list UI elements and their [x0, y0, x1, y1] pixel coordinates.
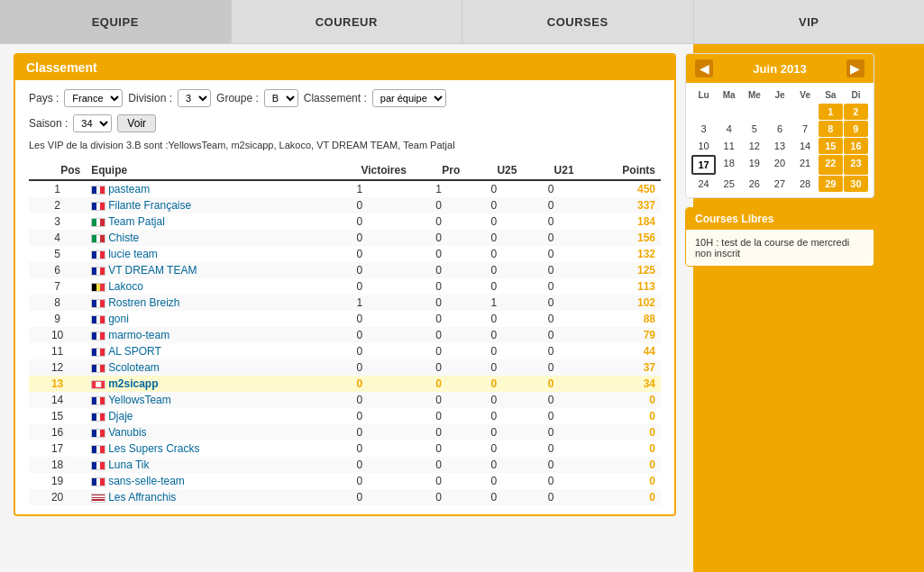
classement-title: Classement	[26, 60, 97, 75]
team-link[interactable]: Les Supers Cracks	[108, 442, 199, 455]
team-link[interactable]: Filante Française	[108, 199, 191, 212]
calendar-day[interactable]: 4	[717, 121, 741, 137]
flag-icon	[91, 348, 105, 357]
calendar-day[interactable]: 10	[691, 138, 716, 154]
calendar-day[interactable]: 24	[691, 176, 716, 192]
team-link[interactable]: pasteam	[108, 183, 150, 195]
cell-u21: 0	[522, 473, 579, 489]
team-link[interactable]: Les Affranchis	[108, 491, 176, 504]
cell-equipe: m2sicapp	[86, 376, 307, 392]
calendar-day[interactable]: 18	[717, 155, 741, 175]
team-link[interactable]: Rostren Breizh	[108, 296, 179, 309]
calendar-day[interactable]: 7	[793, 121, 818, 137]
team-link[interactable]: sans-selle-team	[108, 475, 185, 487]
table-row: 2 Filante Française 0 0 0 0 337	[29, 197, 661, 213]
calendar-month: Juin 2013	[753, 62, 806, 76]
cell-points: 34	[580, 376, 661, 392]
flag-icon	[91, 234, 105, 243]
calendar-dow-cell: Lu	[691, 88, 716, 102]
calendar-day[interactable]: 28	[793, 176, 818, 192]
cell-u21: 0	[522, 327, 579, 343]
team-link[interactable]: Scoloteam	[108, 361, 160, 374]
nav-item-vip[interactable]: VIP	[694, 0, 925, 43]
cell-u25: 0	[465, 343, 522, 359]
calendar-day[interactable]: 21	[793, 155, 818, 175]
team-link[interactable]: YellowsTeam	[108, 394, 171, 406]
pays-label: Pays :	[29, 92, 59, 104]
cell-points: 156	[580, 230, 661, 246]
calendar-day[interactable]: 14	[793, 138, 818, 154]
cell-u25: 0	[465, 197, 522, 213]
team-link[interactable]: Djaje	[108, 410, 133, 422]
cell-pos: 20	[29, 489, 86, 505]
calendar-day[interactable]: 5	[742, 121, 766, 137]
table-row: 20 Les Affranchis 0 0 0 0 0	[29, 489, 661, 505]
voir-button[interactable]: Voir	[117, 114, 156, 132]
groupe-select[interactable]: B	[264, 89, 298, 107]
pays-select[interactable]: France	[64, 89, 123, 107]
calendar-day[interactable]: 2	[844, 104, 868, 120]
calendar-day[interactable]: 12	[742, 138, 766, 154]
team-link[interactable]: Lakoco	[108, 280, 143, 293]
cell-points: 88	[580, 311, 661, 327]
team-link[interactable]: Vanubis	[108, 426, 146, 439]
team-link[interactable]: goni	[108, 313, 129, 325]
calendar-day[interactable]: 25	[717, 176, 741, 192]
flag-icon	[91, 283, 105, 292]
groupe-label: Groupe :	[216, 92, 259, 104]
cell-pro: 0	[412, 278, 465, 295]
calendar-day[interactable]: 1	[819, 104, 843, 120]
nav-item-equipe[interactable]: EQUIPE	[0, 0, 232, 43]
team-link[interactable]: Luna Tik	[108, 459, 149, 471]
calendar-day[interactable]: 27	[767, 176, 791, 192]
calendar-day[interactable]: 15	[819, 138, 843, 154]
flag-icon	[91, 299, 105, 308]
team-link[interactable]: m2sicapp	[108, 377, 158, 390]
classement-box: Classement Pays : France Division : 3 Gr…	[14, 53, 676, 516]
cell-equipe: Scoloteam	[86, 359, 307, 376]
calendar-day[interactable]: 13	[767, 138, 791, 154]
table-row: 12 Scoloteam 0 0 0 0 37	[29, 359, 661, 376]
cell-u25: 0	[465, 392, 522, 408]
calendar-day[interactable]: 16	[844, 138, 868, 154]
calendar-day[interactable]: 29	[819, 176, 843, 192]
classement-select[interactable]: par équipe	[372, 89, 446, 107]
team-link[interactable]: Chiste	[108, 232, 139, 244]
calendar-day[interactable]: 8	[819, 121, 843, 137]
calendar-day[interactable]: 19	[742, 155, 766, 175]
table-row: 7 Lakoco 0 0 0 0 113	[29, 278, 661, 295]
cell-u25: 0	[465, 457, 522, 473]
calendar-day[interactable]: 3	[691, 121, 716, 137]
team-link[interactable]: lucie team	[108, 248, 158, 260]
calendar-day[interactable]: 17	[691, 155, 716, 175]
calendar-day[interactable]: 22	[819, 155, 843, 175]
cell-u25: 0	[465, 359, 522, 376]
division-select[interactable]: 3	[178, 89, 211, 107]
cell-equipe: goni	[86, 311, 307, 327]
calendar-day[interactable]: 6	[767, 121, 791, 137]
team-link[interactable]: marmo-team	[108, 329, 169, 341]
calendar-prev-button[interactable]: ◀	[695, 59, 713, 77]
calendar-day[interactable]: 30	[844, 176, 868, 192]
nav-item-coureur[interactable]: COUREUR	[232, 0, 463, 43]
cell-u21: 0	[522, 262, 579, 278]
team-link[interactable]: Team Patjal	[108, 215, 165, 228]
calendar-day[interactable]: 20	[767, 155, 791, 175]
calendar-day[interactable]: 23	[844, 155, 868, 175]
cell-pos: 9	[29, 311, 86, 327]
calendar-day[interactable]: 11	[717, 138, 741, 154]
cell-pos: 8	[29, 295, 86, 311]
division-label: Division :	[128, 92, 172, 104]
nav-item-courses[interactable]: COURSES	[462, 0, 694, 43]
team-link[interactable]: VT DREAM TEAM	[108, 264, 197, 277]
cell-pro: 0	[412, 457, 465, 473]
calendar-dow-cell: Ma	[717, 88, 741, 102]
table-row: 9 goni 0 0 0 0 88	[29, 311, 661, 327]
team-link[interactable]: AL SPORT	[108, 345, 161, 358]
calendar-day[interactable]: 26	[742, 176, 766, 192]
calendar-next-button[interactable]: ▶	[846, 59, 865, 77]
calendar-day[interactable]: 9	[844, 121, 868, 137]
cell-victoires: 0	[307, 246, 412, 262]
cell-pro: 0	[412, 489, 465, 505]
saison-select[interactable]: 34	[73, 114, 112, 132]
